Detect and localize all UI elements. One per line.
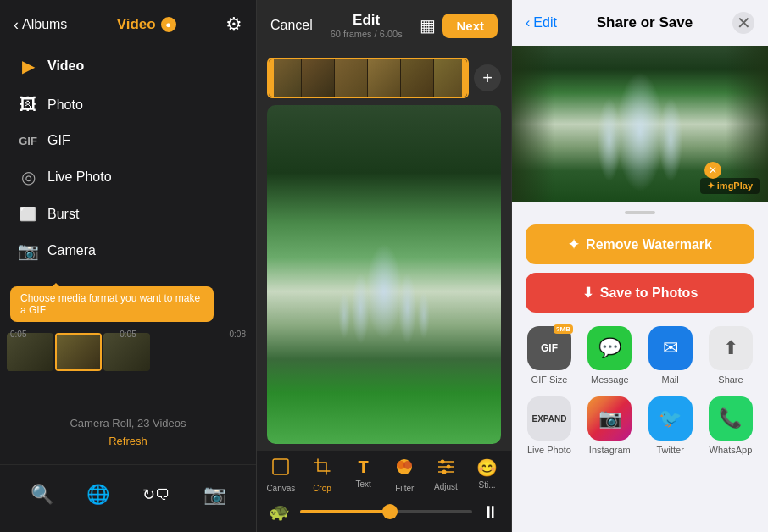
tool-text[interactable]: T Text [345, 457, 382, 493]
instagram-logo-icon: 📷 [598, 407, 621, 429]
camera-roll-text: Camera Roll, 23 Videos [0, 417, 256, 429]
adjust-icon [437, 457, 455, 479]
live-photo-icon: ◎ [17, 167, 39, 187]
svg-rect-0 [273, 459, 288, 474]
play-pause-icon[interactable]: ⏸ [482, 502, 499, 522]
filter-icon [395, 457, 414, 481]
film-frame-2 [302, 59, 335, 97]
message-bubble-icon: 💬 [598, 337, 621, 359]
tool-adjust[interactable]: Adjust [427, 457, 465, 493]
panel-share-save: ‹ Edit Share or Save ✕ ✦ imgPlay ✕ ✦ Rem… [512, 0, 768, 532]
camera-icon[interactable]: 📷 [203, 484, 226, 506]
albums-label: Albums [22, 17, 67, 32]
format-tooltip: Choose media format you want to make a G… [10, 286, 214, 322]
speed-slider[interactable] [300, 510, 472, 513]
share-mail[interactable]: ✉ Mail [647, 326, 694, 385]
imgplay-star-icon: ✦ [707, 180, 717, 191]
camera-menu-icon: 📷 [17, 241, 39, 261]
edit-tools-bar: Canvas Crop T Text [257, 451, 511, 532]
rewind-icon[interactable]: 🐢 [269, 502, 290, 522]
imgplay-badge: ✦ imgPlay [700, 178, 760, 194]
share-live-photo[interactable]: EXPAND Live Photo [526, 396, 573, 455]
camera-menu-label: Camera [47, 243, 96, 258]
live-photo-label: Live Photo [527, 445, 571, 455]
share-twitter[interactable]: 🐦 Twitter [647, 396, 694, 455]
video-preview-area[interactable] [267, 105, 501, 444]
live-photo-menu-label: Live Photo [47, 169, 112, 185]
sidebar-item-video[interactable]: ▶ Video [7, 47, 249, 85]
gif-text: GIF [541, 342, 558, 354]
globe-icon[interactable]: 🌐 [86, 484, 109, 506]
sidebar-item-camera[interactable]: 📷 Camera [7, 232, 249, 269]
download-icon: ⬇ [582, 285, 593, 301]
tools-row: Canvas Crop T Text [257, 457, 511, 496]
share-instagram[interactable]: 📷 Instagram [586, 396, 633, 455]
expand-text: EXPAND [532, 414, 567, 424]
share-message[interactable]: 💬 Message [586, 326, 633, 385]
save-to-photos-button[interactable]: ⬇ Save to Photos [526, 273, 754, 313]
sticker-label: Sti... [479, 480, 496, 490]
expand-icon: EXPAND [527, 396, 571, 441]
left-cliff [512, 46, 554, 202]
sparkle-icon: ✦ [568, 236, 579, 252]
chevron-back-icon: ‹ [526, 15, 530, 30]
edit-back-label: Edit [533, 15, 557, 30]
badge-dot: ● [165, 19, 171, 30]
burst-icon: ⬜ [17, 206, 39, 222]
photo-icon: 🖼 [17, 95, 39, 114]
mail-label: Mail [662, 374, 679, 385]
albums-back-button[interactable]: ‹ Albums [14, 16, 67, 34]
share-label: Share [718, 374, 743, 385]
tool-canvas[interactable]: Canvas [262, 457, 299, 493]
cancel-button[interactable]: Cancel [270, 18, 313, 33]
gif-size-label: GIF Size [531, 374, 568, 385]
canvas-icon [271, 457, 290, 481]
trim-handle-left[interactable] [269, 59, 274, 97]
sidebar-item-photo[interactable]: 🖼 Photo [7, 86, 249, 123]
edit-title: Edit [331, 12, 403, 29]
edit-subtitle: 60 frames / 6.00s [331, 29, 403, 39]
remove-watermark-button[interactable]: ✦ Remove Watermark [526, 224, 754, 264]
svg-point-9 [442, 470, 446, 474]
settings-gear-icon[interactable]: ⚙ [225, 14, 242, 36]
twitter-label: Twitter [656, 445, 683, 455]
loop-icon[interactable]: ↻🗨 [142, 485, 170, 504]
film-frame-5 [401, 59, 434, 97]
watermark-badge: ✕ [704, 162, 721, 179]
gif-icon: GIF [17, 135, 39, 147]
time-labels: 0:05 0:05 0:08 [0, 330, 256, 339]
next-button[interactable]: Next [442, 14, 498, 38]
share-icon: ⬆ [709, 326, 753, 370]
media-type-menu: ▶ Video 🖼 Photo GIF GIF ◎ Live Photo ⬜ B… [0, 47, 256, 269]
whatsapp-phone-icon: 📞 [719, 407, 742, 429]
grid-view-icon[interactable]: ▦ [420, 15, 436, 36]
tool-sticker[interactable]: 😊 Sti... [469, 457, 506, 493]
edit-back-button[interactable]: ‹ Edit [526, 15, 557, 30]
trim-handle-right[interactable] [462, 59, 467, 97]
refresh-link[interactable]: Refresh [0, 435, 256, 447]
sidebar-item-live-photo[interactable]: ◎ Live Photo [7, 158, 249, 196]
edit-title-wrap: Edit 60 frames / 6.00s [331, 12, 403, 39]
canvas-label: Canvas [266, 484, 295, 493]
share-whatsapp[interactable]: 📞 WhatsApp [707, 396, 754, 455]
share-gif-size[interactable]: ?MB GIF GIF Size [526, 326, 573, 385]
camera-roll-info: Camera Roll, 23 Videos Refresh [0, 417, 256, 447]
tool-crop[interactable]: Crop [303, 457, 341, 493]
sidebar-item-gif[interactable]: GIF GIF [7, 125, 249, 157]
filter-label: Filter [395, 484, 414, 493]
crop-label: Crop [313, 484, 331, 493]
time-label-0: 0:05 [10, 330, 26, 339]
instagram-icon: 📷 [587, 396, 632, 441]
share-generic[interactable]: ⬆ Share [707, 326, 754, 385]
panel1-title: Video [117, 16, 156, 33]
edit-header: Cancel Edit 60 frames / 6.00s ▦ Next [257, 0, 511, 51]
magnify-icon[interactable]: 🔍 [31, 484, 53, 506]
close-button[interactable]: ✕ [732, 12, 754, 34]
add-clip-button[interactable]: + [474, 64, 501, 91]
sidebar-item-burst[interactable]: ⬜ Burst [7, 197, 249, 230]
remove-watermark-label: Remove Watermark [586, 237, 712, 252]
tool-filter[interactable]: Filter [386, 457, 423, 493]
svg-point-5 [440, 460, 444, 464]
film-strip [267, 58, 469, 98]
adjust-label: Adjust [434, 482, 458, 491]
